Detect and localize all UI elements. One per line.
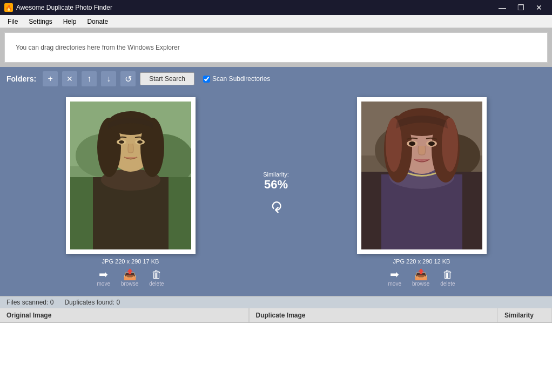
left-image-panel: JPG 220 x 290 17 KB ➡ move 📤 browse 🗑 de… (6, 97, 254, 289)
left-delete-label: delete (149, 281, 164, 287)
right-browse-label: browse (412, 281, 429, 287)
window-controls: — ❐ ✕ (494, 0, 548, 15)
right-move-group: ➡ move (388, 269, 401, 287)
right-browse-button[interactable]: 📤 (414, 269, 428, 280)
add-folder-button[interactable]: + (43, 71, 58, 86)
down-icon: ↓ (106, 74, 111, 84)
toolbar: Folders: + ✕ ↑ ↓ ↺ Start Search Scan Sub… (0, 67, 552, 91)
menu-settings[interactable]: Settings (23, 17, 57, 26)
right-delete-group: 🗑 delete (440, 269, 455, 287)
comparison-area: JPG 220 x 290 17 KB ➡ move 📤 browse 🗑 de… (0, 91, 552, 296)
left-delete-group: 🗑 delete (149, 269, 164, 287)
results-table: Original Image Duplicate Image Similarit… (0, 308, 552, 392)
menu-bar: File Settings Help Donate (0, 15, 552, 28)
refresh-icon: ↺ (125, 74, 132, 84)
swap-button[interactable]: ⟳ (267, 201, 285, 213)
menu-donate[interactable]: Donate (82, 17, 113, 26)
left-image-info: JPG 220 x 290 17 KB (102, 258, 159, 265)
right-image-panel: JPG 220 x 290 12 KB ➡ move 📤 browse 🗑 de… (298, 97, 546, 289)
left-browse-label: browse (121, 281, 138, 287)
right-image-frame (357, 97, 487, 254)
svg-point-33 (428, 141, 435, 146)
close-button[interactable]: ✕ (530, 0, 548, 15)
results-header: Original Image Duplicate Image Similarit… (0, 308, 552, 323)
duplicates-found: Duplicates found: 0 (64, 299, 120, 306)
move-down-button[interactable]: ↓ (101, 71, 116, 86)
add-icon: + (48, 74, 53, 84)
right-move-label: move (388, 281, 401, 287)
similarity-label: Similarity: (263, 171, 289, 178)
start-search-button[interactable]: Start Search (140, 72, 194, 85)
scan-subdirs-text: Scan Subdirectories (212, 75, 270, 83)
similarity-value: 56% (263, 178, 289, 192)
right-delete-label: delete (440, 281, 455, 287)
right-image (361, 102, 482, 249)
title-bar: 🔥 Awesome Duplicate Photo Finder — ❐ ✕ (0, 0, 552, 15)
similarity-panel: Similarity: 56% ⟳ (254, 97, 298, 289)
menu-help[interactable]: Help (58, 17, 82, 26)
left-move-label: move (97, 281, 110, 287)
left-move-button[interactable]: ➡ (99, 269, 108, 280)
scan-subdirs-checkbox[interactable] (203, 76, 210, 83)
refresh-button[interactable]: ↺ (120, 71, 136, 86)
left-image-actions: ➡ move 📤 browse 🗑 delete (97, 269, 164, 287)
menu-file[interactable]: File (2, 17, 23, 26)
left-image (70, 102, 191, 249)
svg-point-32 (409, 141, 415, 146)
app-title: Awesome Duplicate Photo Finder (16, 4, 112, 11)
remove-icon: ✕ (66, 75, 73, 83)
drop-zone[interactable]: You can drag directories here from the W… (4, 32, 548, 63)
left-image-frame (66, 97, 196, 254)
col-original: Original Image (0, 308, 249, 322)
app-icon: 🔥 (4, 3, 13, 12)
right-move-button[interactable]: ➡ (390, 269, 399, 280)
move-up-button[interactable]: ↑ (82, 71, 97, 86)
drop-zone-message: You can drag directories here from the W… (16, 44, 180, 51)
status-bar: Files scanned: 0 Duplicates found: 0 (0, 296, 552, 308)
left-browse-button[interactable]: 📤 (123, 269, 137, 280)
folders-label: Folders: (6, 75, 36, 83)
remove-folder-button[interactable]: ✕ (62, 71, 77, 86)
right-browse-group: 📤 browse (412, 269, 429, 287)
right-delete-button[interactable]: 🗑 (442, 269, 453, 280)
up-icon: ↑ (87, 74, 91, 84)
svg-point-15 (137, 140, 143, 144)
left-delete-button[interactable]: 🗑 (151, 269, 162, 280)
minimize-button[interactable]: — (494, 0, 511, 15)
right-image-actions: ➡ move 📤 browse 🗑 delete (388, 269, 455, 287)
scan-subdirs-label[interactable]: Scan Subdirectories (203, 75, 270, 83)
col-similarity: Similarity (498, 308, 552, 322)
svg-point-14 (119, 140, 124, 144)
maximize-button[interactable]: ❐ (512, 0, 529, 15)
files-scanned: Files scanned: 0 (6, 299, 53, 306)
col-duplicate: Duplicate Image (249, 308, 499, 322)
left-move-group: ➡ move (97, 269, 110, 287)
results-body (0, 323, 552, 366)
right-image-info: JPG 220 x 290 12 KB (393, 258, 450, 265)
left-browse-group: 📤 browse (121, 269, 138, 287)
